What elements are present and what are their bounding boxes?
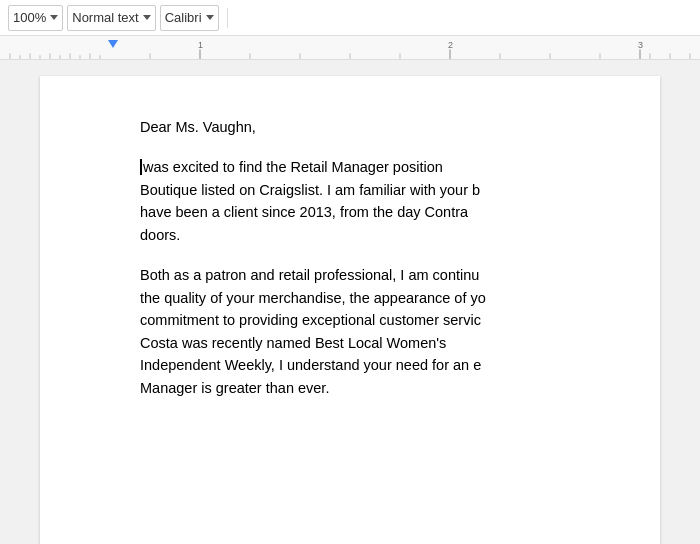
ruler-marker: [108, 40, 118, 48]
para2-line3: commitment to providing exceptional cust…: [140, 312, 481, 328]
zoom-chevron-icon: [50, 15, 58, 20]
text-cursor: [140, 159, 142, 175]
paragraph-1: was excited to find the Retail Manager p…: [140, 156, 590, 246]
ruler: 1 2 3: [0, 36, 700, 60]
svg-text:2: 2: [448, 41, 453, 51]
salutation-text: Dear Ms. Vaughn,: [140, 119, 256, 135]
paragraph-2: Both as a patron and retail professional…: [140, 264, 590, 399]
font-label: Calibri: [165, 10, 202, 25]
salutation: Dear Ms. Vaughn,: [140, 116, 590, 138]
style-label: Normal text: [72, 10, 138, 25]
para2-line6: Manager is greater than ever.: [140, 380, 329, 396]
para1-line1: was excited to find the Retail Manager p…: [143, 159, 443, 175]
zoom-dropdown[interactable]: 100%: [8, 5, 63, 31]
para2-line1: Both as a patron and retail professional…: [140, 267, 479, 283]
para1-line4: doors.: [140, 227, 180, 243]
document-area: Dear Ms. Vaughn, was excited to find the…: [0, 60, 700, 544]
toolbar-divider: [227, 8, 228, 28]
para2-line5: Independent Weekly, I understand your ne…: [140, 357, 481, 373]
para2-line2: the quality of your merchandise, the app…: [140, 290, 486, 306]
para1-line3: have been a client since 2013, from the …: [140, 204, 468, 220]
toolbar: 100% Normal text Calibri: [0, 0, 700, 36]
para2-line4: Costa was recently named Best Local Wome…: [140, 335, 446, 351]
svg-text:3: 3: [638, 41, 643, 51]
zoom-value: 100%: [13, 10, 46, 25]
font-dropdown[interactable]: Calibri: [160, 5, 219, 31]
font-chevron-icon: [206, 15, 214, 20]
style-dropdown[interactable]: Normal text: [67, 5, 155, 31]
document-page: Dear Ms. Vaughn, was excited to find the…: [40, 76, 660, 544]
para1-line2: Boutique listed on Craigslist. I am fami…: [140, 182, 480, 198]
style-chevron-icon: [143, 15, 151, 20]
svg-text:1: 1: [198, 41, 203, 51]
